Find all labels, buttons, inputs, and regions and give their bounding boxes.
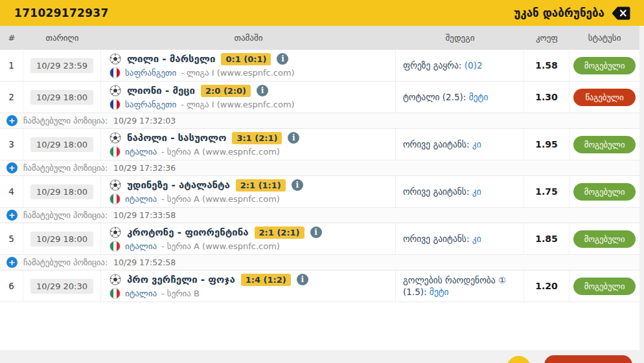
primary-action-button[interactable]: [544, 355, 632, 363]
table-row: 1 10/29 23:59 ლილი - მარსელი 0:1 (0:1) i…: [0, 50, 639, 82]
league-country: საფრანგეთი: [125, 100, 176, 109]
match-teams: ლილი - მარსელი: [127, 53, 215, 65]
score-badge: 2:0 (2:0): [201, 85, 251, 97]
col-header-status: სტატუსი: [569, 33, 639, 43]
match-teams: ლიონი - მეცი: [127, 85, 195, 96]
soccer-ball-icon: [109, 85, 121, 96]
league-country: საფრანგეთი: [125, 68, 176, 78]
added-position-label: ჩამატებული პოზიცია:: [23, 258, 108, 267]
added-position-time: 10/29 17:32:03: [113, 116, 176, 126]
table-header-row: # თარიღი თამაში შედეგი კოეფ სტატუსი: [0, 26, 639, 50]
soccer-ball-icon: [109, 179, 121, 191]
status-badge: მოგებული: [573, 183, 636, 201]
league-country: იტალია: [125, 289, 157, 298]
plus-icon[interactable]: +: [6, 210, 17, 221]
odds-value: 1.58: [524, 50, 569, 81]
added-position-label: ჩამატებული პოზიცია:: [23, 163, 108, 173]
info-icon[interactable]: i: [277, 53, 288, 65]
table-row: 6 10/29 20:30 პრო ვერჩელი - ფოჯა 1:4 (1:…: [0, 270, 639, 302]
match-number: 4: [0, 176, 23, 207]
plus-icon[interactable]: +: [6, 115, 17, 126]
status-badge: მოგებული: [573, 278, 636, 295]
soccer-ball-icon: [109, 53, 121, 65]
score-badge: 1:4 (1:2): [241, 274, 291, 286]
match-date: 10/29 18:00: [30, 90, 93, 105]
league-country: იტალია: [125, 241, 157, 251]
plus-icon[interactable]: +: [6, 162, 17, 173]
match-number: 6: [0, 270, 23, 302]
league-name: - სერია A (www.espnfc.com): [161, 241, 280, 251]
match-teams: კროტონე - ფიორენტინა: [127, 226, 249, 238]
added-position-time: 10/29 17:32:36: [113, 163, 176, 173]
result-text: ორივე გაიტანს:: [403, 139, 469, 149]
match-number: 2: [0, 82, 23, 113]
bet-positions-table: # თარიღი თამაში შედეგი კოეფ სტატუსი 1 10…: [0, 26, 639, 302]
result-value: კი: [472, 234, 481, 244]
result-text: ორივე გაიტანს:: [403, 234, 469, 244]
league-name: - სერია A (www.espnfc.com): [161, 194, 280, 204]
plus-icon[interactable]: +: [6, 257, 17, 268]
added-position-row: + ჩამატებული პოზიცია: 10/29 17:52:58: [0, 255, 639, 270]
match-number: 5: [0, 223, 23, 254]
match-date: 10/29 18:00: [30, 137, 93, 152]
back-button[interactable]: უკან დაბრუნება: [514, 6, 631, 21]
match-teams: პრო ვერჩელი - ფოჯა: [127, 274, 235, 285]
col-header-coef: კოეფ: [524, 33, 569, 43]
status-badge: წაგებული: [573, 89, 636, 106]
added-position-label: ჩამატებული პოზიცია:: [23, 116, 108, 126]
result-text: გოლების რაოდენობა ① (1.5):: [403, 275, 506, 297]
league-name: - ლიგა I (www.espnfc.com): [181, 100, 295, 109]
match-number: 1: [0, 50, 23, 81]
col-header-game: თამაში: [101, 33, 396, 43]
added-position-row: + ჩამატებული პოზიცია: 10/29 17:32:36: [0, 160, 639, 176]
result-value: მეტი: [469, 92, 489, 102]
match-number: 3: [0, 129, 23, 160]
table-row: 5 10/29 18:00 კროტონე - ფიორენტინა 2:1 (…: [0, 223, 639, 255]
added-position-row: + ჩამატებული პოზიცია: 10/29 17:33:58: [0, 208, 639, 223]
added-position-label: ჩამატებული პოზიცია:: [23, 210, 108, 220]
back-button-label: უკან დაბრუნება: [514, 6, 604, 19]
table-row: 3 10/29 18:00 ნაპოლი - სასუოლო 3:1 (2:1)…: [0, 129, 639, 160]
result-value: (0)2: [465, 60, 483, 71]
score-badge: 3:1 (2:1): [232, 132, 282, 144]
status-badge: მოგებული: [573, 57, 636, 74]
odds-value: 1.30: [524, 82, 569, 113]
result-text: ორივე გაიტანს:: [403, 186, 469, 197]
result-value: კი: [472, 186, 481, 197]
status-badge: მოგებული: [573, 136, 636, 153]
country-flag-icon: [109, 146, 121, 157]
score-badge: 2:1 (1:1): [236, 179, 286, 192]
league-name: - ლიგა I (www.espnfc.com): [181, 68, 295, 78]
league-name: - სერია B: [161, 289, 200, 298]
top-bar: 171029172937 უკან დაბრუნება: [0, 0, 644, 26]
score-badge: 2:1 (2:1): [255, 226, 305, 239]
info-icon[interactable]: i: [288, 132, 299, 144]
odds-value: 1.95: [524, 129, 569, 160]
info-icon[interactable]: i: [310, 226, 322, 238]
odds-value: 1.85: [524, 223, 569, 254]
backspace-icon[interactable]: [612, 6, 631, 21]
info-icon[interactable]: i: [257, 85, 268, 96]
result-text: ფრეზე გაყრა:: [403, 60, 461, 71]
col-header-result: შედეგი: [396, 33, 524, 43]
match-date: 10/29 23:59: [30, 58, 93, 73]
result-value: მეტი: [430, 287, 449, 297]
table-row: 2 10/29 18:00 ლიონი - მეცი 2:0 (2:0) i ს…: [0, 82, 639, 113]
match-teams: უდინეზე - ატალანტა: [127, 179, 230, 191]
country-flag-icon: [109, 67, 121, 78]
vertical-scrollbar[interactable]: [639, 27, 644, 350]
odds-value: 1.20: [524, 270, 569, 302]
soccer-ball-icon: [109, 226, 121, 238]
col-header-date: თარიღი: [23, 33, 101, 43]
match-date: 10/29 20:30: [30, 279, 93, 294]
result-text: ტოტალი (2.5):: [403, 92, 466, 102]
score-badge: 0:1 (0:1): [221, 53, 271, 65]
info-icon[interactable]: i: [292, 179, 303, 191]
info-icon[interactable]: i: [297, 274, 308, 285]
bet-id: 171029172937: [14, 6, 109, 19]
added-position-time: 10/29 17:52:58: [113, 258, 176, 267]
country-flag-icon: [109, 193, 121, 204]
country-flag-icon: [109, 99, 121, 110]
soccer-ball-icon: [109, 274, 121, 285]
added-position-time: 10/29 17:33:58: [113, 210, 176, 220]
